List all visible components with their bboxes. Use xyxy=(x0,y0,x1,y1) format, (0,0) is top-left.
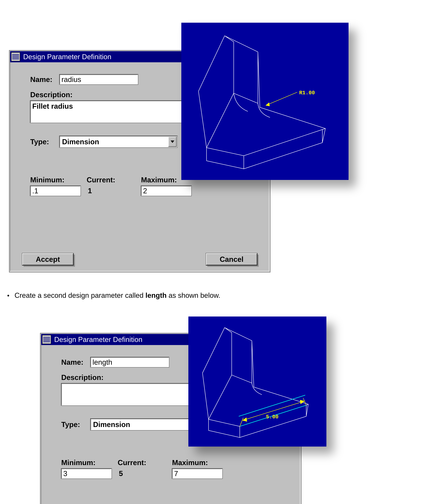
svg-marker-4 xyxy=(300,400,304,404)
instruction-bold: length xyxy=(145,291,167,299)
minimum-label: Minimum: xyxy=(61,459,118,467)
bullet-icon: ● xyxy=(7,293,9,298)
description-label: Description: xyxy=(61,373,104,381)
type-select[interactable]: Dimension xyxy=(59,136,177,147)
cancel-button[interactable]: Cancel xyxy=(206,253,257,265)
description-input[interactable]: Fillet radius xyxy=(30,101,201,123)
instruction-prefix: Create a second design parameter called xyxy=(14,291,145,299)
name-label: Name: xyxy=(61,358,90,366)
maximum-label: Maximum: xyxy=(172,459,226,467)
current-label: Current: xyxy=(118,459,172,467)
accept-button[interactable]: Accept xyxy=(22,253,74,265)
name-input[interactable] xyxy=(90,357,169,367)
description-label: Description: xyxy=(30,91,73,99)
instruction-line: ● Create a second design parameter calle… xyxy=(7,291,220,299)
name-input[interactable] xyxy=(59,74,138,84)
model-preview-2: 5.00 xyxy=(188,316,326,447)
minimum-input[interactable] xyxy=(61,468,112,479)
dimension-callout: 5.00 xyxy=(266,414,279,420)
system-menu-icon[interactable] xyxy=(42,335,51,344)
name-label: Name: xyxy=(30,75,59,84)
maximum-input[interactable] xyxy=(141,186,191,196)
type-select-value: Dimension xyxy=(60,138,168,146)
title-text: Design Parameter Definition xyxy=(54,335,142,344)
svg-marker-1 xyxy=(266,103,269,106)
instruction-suffix: as shown below. xyxy=(167,291,220,299)
current-value: 5 xyxy=(118,468,172,479)
current-value: 1 xyxy=(87,186,141,196)
svg-line-5 xyxy=(240,418,243,426)
minimum-input[interactable] xyxy=(30,186,81,196)
minimum-label: Minimum: xyxy=(30,176,87,184)
maximum-input[interactable] xyxy=(172,468,222,479)
current-label: Current: xyxy=(87,176,141,184)
type-select-value: Dimension xyxy=(91,420,199,428)
title-text: Design Parameter Definition xyxy=(23,53,111,61)
chevron-down-icon[interactable] xyxy=(168,137,177,147)
dimension-callout: R1.00 xyxy=(299,90,315,96)
model-preview-1: R1.00 xyxy=(181,23,349,180)
svg-marker-3 xyxy=(243,418,247,421)
type-label: Type: xyxy=(61,420,90,428)
svg-line-0 xyxy=(266,92,297,105)
system-menu-icon[interactable] xyxy=(11,52,20,61)
type-label: Type: xyxy=(30,138,59,146)
